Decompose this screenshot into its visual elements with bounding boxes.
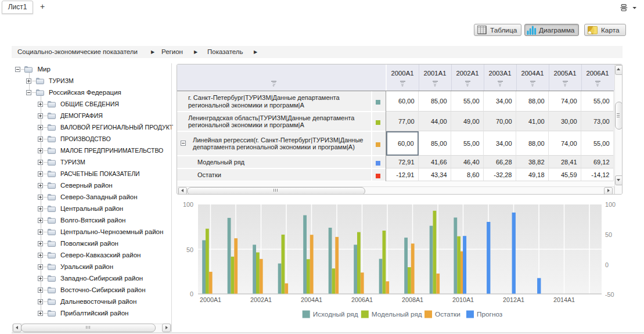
svg-text:Остатки: Остатки [435,310,460,318]
svg-text:2014A1: 2014A1 [553,296,575,303]
svg-text:0: 0 [605,261,609,268]
svg-text:-50: -50 [605,291,614,298]
svg-text:Исходный ряд: Исходный ряд [313,310,358,318]
svg-text:0: 0 [190,290,193,297]
svg-text:50: 50 [605,231,612,238]
svg-text:2004A1: 2004A1 [301,296,322,303]
svg-text:2002A1: 2002A1 [250,296,272,303]
svg-text:2008A1: 2008A1 [402,296,423,303]
svg-text:50: 50 [186,246,193,253]
svg-text:Прогноз: Прогноз [477,310,502,318]
svg-text:Модельный ряд: Модельный ряд [372,310,422,318]
svg-text:100: 100 [605,201,616,208]
svg-text:2010A1: 2010A1 [452,296,474,303]
svg-text:2006A1: 2006A1 [351,296,373,303]
svg-text:2000A1: 2000A1 [200,296,221,303]
svg-text:100: 100 [183,201,193,208]
svg-text:2012A1: 2012A1 [503,296,524,303]
